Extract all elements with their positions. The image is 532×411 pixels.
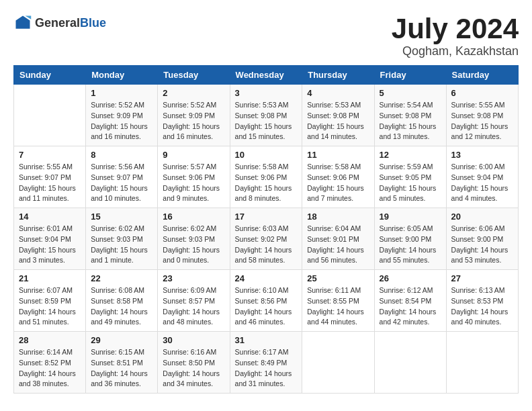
calendar-table: SundayMondayTuesdayWednesdayThursdayFrid… [13, 65, 519, 394]
header-saturday: Saturday [446, 66, 518, 85]
day-info: Sunrise: 5:55 AMSunset: 9:07 PMDaylight:… [19, 162, 81, 204]
day-info: Sunrise: 6:01 AMSunset: 9:04 PMDaylight:… [19, 224, 81, 266]
logo-general-text: General [35, 16, 80, 30]
calendar-cell: 26Sunrise: 6:12 AMSunset: 8:54 PMDayligh… [374, 270, 446, 332]
calendar-cell: 6Sunrise: 5:55 AMSunset: 9:08 PMDaylight… [446, 85, 518, 146]
day-number: 8 [91, 150, 152, 160]
day-number: 28 [19, 335, 81, 345]
calendar-cell: 9Sunrise: 5:57 AMSunset: 9:06 PMDaylight… [158, 146, 230, 208]
day-info: Sunrise: 6:09 AMSunset: 8:57 PMDaylight:… [163, 285, 224, 328]
day-info: Sunrise: 5:54 AMSunset: 9:08 PMDaylight:… [380, 100, 441, 142]
calendar-cell: 5Sunrise: 5:54 AMSunset: 9:08 PMDaylight… [374, 85, 446, 146]
day-number: 29 [91, 335, 152, 345]
calendar-cell: 11Sunrise: 5:58 AMSunset: 9:06 PMDayligh… [302, 146, 374, 208]
header-tuesday: Tuesday [158, 66, 230, 85]
day-number: 27 [451, 273, 513, 283]
day-info: Sunrise: 6:16 AMSunset: 8:50 PMDaylight:… [163, 347, 224, 390]
day-info: Sunrise: 6:11 AMSunset: 8:55 PMDaylight:… [307, 285, 369, 328]
calendar-cell: 13Sunrise: 6:00 AMSunset: 9:04 PMDayligh… [446, 146, 518, 208]
calendar-cell: 30Sunrise: 6:16 AMSunset: 8:50 PMDayligh… [158, 332, 230, 394]
calendar-cell [14, 85, 86, 146]
day-info: Sunrise: 6:02 AMSunset: 9:03 PMDaylight:… [163, 224, 224, 266]
day-info: Sunrise: 6:12 AMSunset: 8:54 PMDaylight:… [380, 285, 441, 328]
calendar-cell: 4Sunrise: 5:53 AMSunset: 9:08 PMDaylight… [302, 85, 374, 146]
svg-marker-0 [16, 16, 30, 29]
day-number: 19 [380, 212, 441, 222]
day-number: 17 [235, 212, 298, 222]
day-info: Sunrise: 5:52 AMSunset: 9:09 PMDaylight:… [163, 100, 224, 142]
day-number: 23 [163, 273, 224, 283]
calendar-cell: 19Sunrise: 6:05 AMSunset: 9:00 PMDayligh… [374, 208, 446, 270]
day-info: Sunrise: 6:00 AMSunset: 9:04 PMDaylight:… [451, 162, 513, 204]
calendar-cell: 27Sunrise: 6:13 AMSunset: 8:53 PMDayligh… [446, 270, 518, 332]
header-monday: Monday [86, 66, 158, 85]
day-info: Sunrise: 6:03 AMSunset: 9:02 PMDaylight:… [235, 224, 298, 266]
calendar-cell [446, 332, 518, 394]
calendar-cell: 25Sunrise: 6:11 AMSunset: 8:55 PMDayligh… [302, 270, 374, 332]
day-number: 26 [380, 273, 441, 283]
day-info: Sunrise: 5:58 AMSunset: 9:06 PMDaylight:… [307, 162, 369, 204]
calendar-cell: 14Sunrise: 6:01 AMSunset: 9:04 PMDayligh… [14, 208, 86, 270]
calendar-week-2: 7Sunrise: 5:55 AMSunset: 9:07 PMDaylight… [14, 146, 519, 208]
day-number: 12 [380, 150, 441, 160]
day-number: 1 [91, 88, 152, 98]
title-block: July 2024 Qogham, Kazakhstan [392, 13, 519, 58]
day-info: Sunrise: 5:53 AMSunset: 9:08 PMDaylight:… [307, 100, 369, 142]
calendar-cell: 10Sunrise: 5:58 AMSunset: 9:06 PMDayligh… [230, 146, 302, 208]
day-info: Sunrise: 5:52 AMSunset: 9:09 PMDaylight:… [91, 100, 152, 142]
day-info: Sunrise: 5:58 AMSunset: 9:06 PMDaylight:… [235, 162, 298, 204]
page-subtitle: Qogham, Kazakhstan [392, 44, 519, 58]
day-number: 4 [307, 88, 369, 98]
day-info: Sunrise: 5:56 AMSunset: 9:07 PMDaylight:… [91, 162, 152, 204]
calendar-week-5: 28Sunrise: 6:14 AMSunset: 8:52 PMDayligh… [14, 332, 519, 394]
day-number: 18 [307, 212, 369, 222]
day-number: 30 [163, 335, 224, 345]
day-number: 13 [451, 150, 513, 160]
day-number: 15 [91, 212, 152, 222]
day-number: 3 [235, 88, 298, 98]
page-header: General Blue July 2024 Qogham, Kazakhsta… [13, 13, 519, 58]
calendar-cell: 1Sunrise: 5:52 AMSunset: 9:09 PMDaylight… [86, 85, 158, 146]
calendar-cell: 24Sunrise: 6:10 AMSunset: 8:56 PMDayligh… [230, 270, 302, 332]
day-info: Sunrise: 6:02 AMSunset: 9:03 PMDaylight:… [91, 224, 152, 266]
calendar-cell: 15Sunrise: 6:02 AMSunset: 9:03 PMDayligh… [86, 208, 158, 270]
calendar-cell: 3Sunrise: 5:53 AMSunset: 9:08 PMDaylight… [230, 85, 302, 146]
day-number: 2 [163, 88, 224, 98]
day-info: Sunrise: 6:04 AMSunset: 9:01 PMDaylight:… [307, 224, 369, 266]
calendar-cell: 7Sunrise: 5:55 AMSunset: 9:07 PMDaylight… [14, 146, 86, 208]
day-info: Sunrise: 6:07 AMSunset: 8:59 PMDaylight:… [19, 285, 81, 328]
day-number: 31 [235, 335, 298, 345]
day-info: Sunrise: 5:55 AMSunset: 9:08 PMDaylight:… [451, 100, 513, 142]
calendar-week-1: 1Sunrise: 5:52 AMSunset: 9:09 PMDaylight… [14, 85, 519, 146]
day-number: 9 [163, 150, 224, 160]
day-info: Sunrise: 6:10 AMSunset: 8:56 PMDaylight:… [235, 285, 298, 328]
calendar-header-row: SundayMondayTuesdayWednesdayThursdayFrid… [14, 66, 519, 85]
calendar-cell: 23Sunrise: 6:09 AMSunset: 8:57 PMDayligh… [158, 270, 230, 332]
day-info: Sunrise: 5:59 AMSunset: 9:05 PMDaylight:… [380, 162, 441, 204]
day-info: Sunrise: 6:13 AMSunset: 8:53 PMDaylight:… [451, 285, 513, 328]
calendar-cell: 2Sunrise: 5:52 AMSunset: 9:09 PMDaylight… [158, 85, 230, 146]
calendar-cell [374, 332, 446, 394]
day-info: Sunrise: 6:05 AMSunset: 9:00 PMDaylight:… [380, 224, 441, 266]
day-number: 6 [451, 88, 513, 98]
day-number: 11 [307, 150, 369, 160]
calendar-week-4: 21Sunrise: 6:07 AMSunset: 8:59 PMDayligh… [14, 270, 519, 332]
day-info: Sunrise: 5:53 AMSunset: 9:08 PMDaylight:… [235, 100, 298, 142]
day-number: 24 [235, 273, 298, 283]
page-title: July 2024 [392, 13, 519, 44]
day-info: Sunrise: 6:14 AMSunset: 8:52 PMDaylight:… [19, 347, 81, 390]
day-number: 7 [19, 150, 81, 160]
calendar-cell [302, 332, 374, 394]
calendar-cell: 20Sunrise: 6:06 AMSunset: 9:00 PMDayligh… [446, 208, 518, 270]
day-info: Sunrise: 6:17 AMSunset: 8:49 PMDaylight:… [235, 347, 298, 390]
calendar-cell: 17Sunrise: 6:03 AMSunset: 9:02 PMDayligh… [230, 208, 302, 270]
header-thursday: Thursday [302, 66, 374, 85]
calendar-cell: 28Sunrise: 6:14 AMSunset: 8:52 PMDayligh… [14, 332, 86, 394]
day-info: Sunrise: 6:15 AMSunset: 8:51 PMDaylight:… [91, 347, 152, 390]
day-info: Sunrise: 6:06 AMSunset: 9:00 PMDaylight:… [451, 224, 513, 266]
day-number: 20 [451, 212, 513, 222]
day-number: 16 [163, 212, 224, 222]
logo-icon [13, 13, 32, 32]
logo: General Blue [13, 13, 106, 32]
calendar-cell: 21Sunrise: 6:07 AMSunset: 8:59 PMDayligh… [14, 270, 86, 332]
